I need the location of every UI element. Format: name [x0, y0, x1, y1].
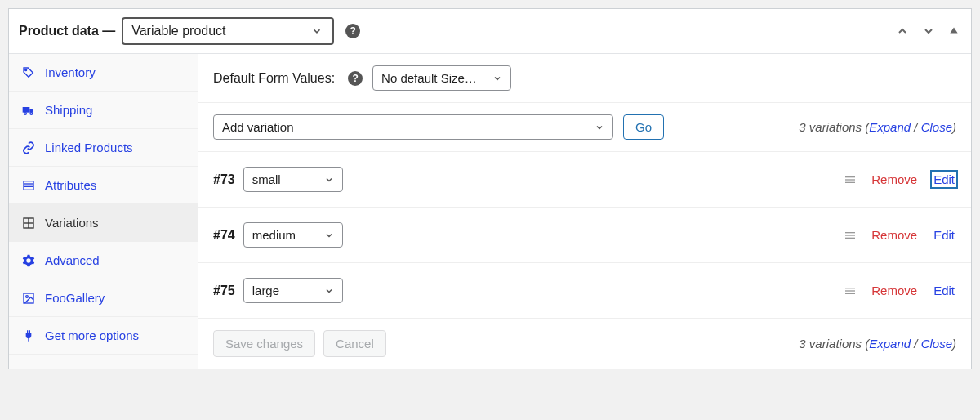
divider: [372, 22, 372, 40]
variation-action-value: Add variation: [222, 120, 294, 134]
sidebar-item-label: Linked Products: [45, 141, 133, 154]
tag-icon: [22, 66, 37, 79]
chevron-down-icon: [595, 123, 604, 132]
drag-handle-icon[interactable]: [844, 173, 857, 186]
help-icon[interactable]: ?: [345, 24, 360, 38]
sidebar-item-attributes[interactable]: Attributes: [9, 167, 198, 204]
variations-count-text: 3 variations: [799, 337, 862, 351]
sidebar-item-variations[interactable]: Variations: [9, 204, 198, 242]
variation-action-bar: Add variation Go 3 variations (Expand / …: [198, 103, 971, 152]
remove-variation-link[interactable]: Remove: [871, 228, 917, 242]
move-down-button[interactable]: [920, 23, 937, 39]
svg-point-3: [24, 112, 27, 114]
panel-body: Inventory Shipping Linked Products Attri…: [9, 54, 971, 369]
svg-point-4: [30, 112, 33, 114]
variation-attribute-value: medium: [252, 228, 296, 242]
variation-controls: Remove Edit: [844, 283, 956, 298]
go-button[interactable]: Go: [623, 114, 664, 140]
sidebar-item-label: FooGallery: [45, 291, 105, 305]
main-content: Default Form Values: ? No default Size… …: [198, 54, 971, 369]
sidebar-item-label: Variations: [45, 216, 99, 230]
toggle-panel-button[interactable]: [947, 23, 961, 39]
variation-controls: Remove Edit: [844, 172, 956, 187]
default-size-select[interactable]: No default Size…: [372, 65, 511, 91]
move-up-button[interactable]: [894, 23, 911, 39]
sidebar-item-get-more-options[interactable]: Get more options: [9, 317, 198, 355]
default-form-values-row: Default Form Values: ? No default Size…: [198, 54, 971, 103]
default-size-value: No default Size…: [381, 71, 477, 85]
grid-icon: [22, 217, 37, 230]
close-all-link[interactable]: Close: [921, 337, 952, 351]
chevron-down-icon: [324, 230, 334, 240]
edit-variation-link[interactable]: Edit: [932, 227, 956, 243]
svg-point-12: [26, 295, 29, 297]
plug-icon: [22, 329, 37, 342]
variation-attribute-value: small: [252, 172, 281, 186]
sidebar-item-label: Inventory: [45, 65, 96, 79]
expand-all-link[interactable]: Expand: [869, 120, 911, 134]
variation-attribute-select[interactable]: small: [243, 167, 343, 192]
chevron-down-icon: [492, 74, 502, 83]
gallery-icon: [22, 292, 37, 305]
edit-variation-link[interactable]: Edit: [932, 283, 956, 298]
product-type-select[interactable]: Variable product: [122, 17, 334, 45]
link-icon: [22, 141, 37, 154]
close-all-link[interactable]: Close: [921, 120, 952, 134]
variation-action-select[interactable]: Add variation: [213, 114, 613, 140]
remove-variation-link[interactable]: Remove: [871, 172, 917, 186]
variation-row: #75 large Remove Edit: [198, 263, 971, 319]
chevron-down-icon: [324, 286, 334, 296]
remove-variation-link[interactable]: Remove: [871, 284, 917, 297]
chevron-down-icon: [311, 25, 323, 37]
gear-icon: [22, 254, 37, 267]
save-changes-button[interactable]: Save changes: [213, 330, 315, 357]
cancel-button[interactable]: Cancel: [323, 330, 386, 357]
sidebar-item-label: Attributes: [45, 178, 96, 192]
sidebar-item-label: Get more options: [45, 328, 139, 342]
sidebar-item-foogallery[interactable]: FooGallery: [9, 279, 198, 317]
variation-attribute-value: large: [252, 284, 279, 297]
list-icon: [22, 179, 37, 192]
product-data-panel: Product data — Variable product ? Inv: [8, 8, 972, 369]
chevron-down-icon: [324, 175, 334, 185]
drag-handle-icon[interactable]: [844, 284, 857, 297]
variations-summary-footer: 3 variations (Expand / Close): [799, 337, 956, 351]
panel-header: Product data — Variable product ?: [9, 9, 971, 54]
variation-attribute-select[interactable]: large: [243, 278, 343, 303]
sidebar-item-advanced[interactable]: Advanced: [9, 242, 198, 279]
svg-rect-5: [24, 181, 33, 190]
sidebar-item-shipping[interactable]: Shipping: [9, 92, 198, 129]
variation-row: #73 small Remove Edit: [198, 152, 971, 208]
header-controls: [894, 23, 961, 39]
variations-footer: Save changes Cancel 3 variations (Expand…: [198, 319, 971, 369]
product-type-value: Variable product: [131, 24, 225, 38]
sidebar-item-linked-products[interactable]: Linked Products: [9, 129, 198, 167]
variation-id: #74: [213, 228, 235, 243]
svg-rect-2: [23, 107, 30, 113]
sidebar: Inventory Shipping Linked Products Attri…: [9, 54, 198, 369]
variation-id: #73: [213, 172, 235, 187]
variation-attribute-select[interactable]: medium: [243, 222, 343, 248]
sidebar-item-label: Shipping: [45, 103, 92, 117]
svg-marker-0: [950, 28, 957, 34]
variations-count-text: 3 variations: [799, 120, 862, 134]
help-icon[interactable]: ?: [348, 71, 363, 86]
svg-point-1: [25, 69, 27, 70]
truck-icon: [22, 104, 37, 117]
sidebar-item-label: Advanced: [45, 253, 100, 267]
variation-row: #74 medium Remove Edit: [198, 208, 971, 263]
variation-id: #75: [213, 284, 235, 298]
variations-summary: 3 variations (Expand / Close): [799, 120, 956, 134]
edit-variation-link[interactable]: Edit: [932, 172, 956, 187]
panel-title: Product data —: [19, 24, 115, 38]
variation-controls: Remove Edit: [844, 227, 956, 243]
expand-all-link[interactable]: Expand: [869, 337, 911, 351]
sidebar-item-inventory[interactable]: Inventory: [9, 54, 198, 92]
drag-handle-icon[interactable]: [844, 229, 857, 242]
default-values-label: Default Form Values:: [213, 71, 335, 86]
